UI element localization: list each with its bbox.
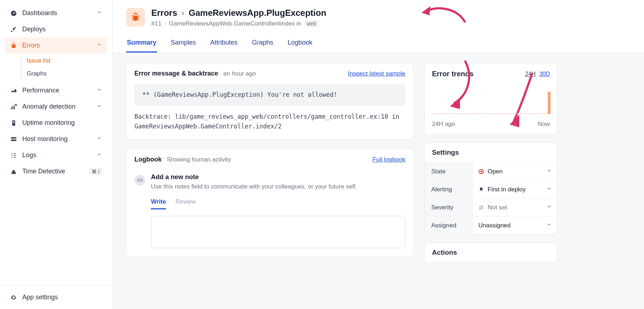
sidebar-item-time-detective[interactable]: Time Detective ⌘ / <box>5 163 107 180</box>
chevron-down-icon <box>96 103 102 110</box>
svg-point-1 <box>13 13 14 14</box>
setting-severity[interactable]: Severity Not set <box>425 198 557 216</box>
gauge-icon <box>10 10 17 17</box>
uptime-icon <box>10 119 17 127</box>
issue-id: #11 <box>151 20 161 27</box>
annotation-arrow <box>418 2 468 28</box>
logs-icon <box>10 152 17 159</box>
inspect-sample-link[interactable]: Inspect latest sample <box>348 70 405 77</box>
page-header: Errors › GameReviewsApp.PlugException #1… <box>112 0 644 31</box>
svg-rect-4 <box>11 107 12 109</box>
chevron-down-icon <box>96 151 102 159</box>
svg-point-14 <box>133 15 138 21</box>
avatar: AN <box>134 175 145 186</box>
not-set-icon <box>478 205 484 210</box>
chevron-down-icon <box>546 168 552 175</box>
tab-samples[interactable]: Samples <box>170 35 197 53</box>
svg-rect-9 <box>13 121 15 122</box>
detective-icon <box>10 168 17 175</box>
sidebar-item-anomaly[interactable]: Anomaly detection <box>5 99 107 115</box>
svg-marker-15 <box>422 6 431 15</box>
card-title: Settings <box>425 143 557 162</box>
bell-icon <box>478 187 484 192</box>
tab-logbook[interactable]: Logbook <box>287 35 313 53</box>
sidebar-item-label: Host monitoring <box>22 135 68 143</box>
sidebar-item-label: Performance <box>22 87 59 94</box>
chevron-down-icon <box>96 9 102 17</box>
setting-assigned[interactable]: Assigned Unassigned <box>425 216 557 234</box>
settings-card: Settings State Open Alerting <box>424 142 557 235</box>
setting-alerting[interactable]: Alerting First in deploy <box>425 180 557 198</box>
breadcrumb-root[interactable]: Errors <box>151 8 177 18</box>
rocket-icon <box>10 26 17 33</box>
sidebar-item-uptime[interactable]: Uptime monitoring <box>5 115 107 131</box>
main-column: Error message & backtrace an hour ago In… <box>126 63 414 309</box>
env-badge: web <box>304 20 319 27</box>
sidebar-item-label: App settings <box>22 294 58 301</box>
tabs: Summary Samples Attributes Graphs Logboo… <box>112 31 644 53</box>
sidebar-item-host[interactable]: Host monitoring <box>5 131 107 147</box>
chevron-down-icon <box>96 135 102 143</box>
backtrace: Backtrace: lib/game_reviews_app_web/cont… <box>126 112 413 139</box>
chevron-down-icon <box>546 186 552 193</box>
chart-baseline <box>431 113 551 114</box>
axis-right: Now <box>538 121 550 128</box>
content: Error message & backtrace an hour ago In… <box>112 53 644 309</box>
sidebar-item-logs[interactable]: Logs <box>5 147 107 163</box>
chevron-down-icon <box>546 222 552 229</box>
chart-bar <box>548 92 551 114</box>
bug-icon <box>126 8 145 27</box>
sidebar-subitem-issue-list[interactable]: Issue list <box>21 54 107 67</box>
svg-rect-5 <box>13 105 14 109</box>
svg-point-2 <box>14 28 15 29</box>
error-message-card: Error message & backtrace an hour ago In… <box>126 63 414 140</box>
sidebar-item-errors[interactable]: Errors <box>5 37 107 54</box>
keyboard-shortcut: ⌘ / <box>89 168 102 175</box>
range-toggle: 24H 30D <box>525 71 550 77</box>
svg-rect-11 <box>11 137 17 138</box>
full-logbook-link[interactable]: Full logbook <box>372 156 405 163</box>
add-note-desc: Use this notes field to communicate with… <box>151 183 405 190</box>
sidebar-item-label: Logs <box>22 151 36 159</box>
range-30d[interactable]: 30D <box>539 71 550 77</box>
card-title: Error trends <box>432 70 474 78</box>
sidebar-subitem-graphs[interactable]: Graphs <box>21 67 107 80</box>
anomaly-icon <box>10 103 17 110</box>
sidebar-item-label: Anomaly detection <box>22 103 75 110</box>
sidebar-item-performance[interactable]: Performance <box>5 82 107 99</box>
svg-point-19 <box>480 171 482 172</box>
svg-point-3 <box>12 44 15 48</box>
svg-rect-13 <box>12 172 16 174</box>
bug-icon <box>10 42 17 49</box>
logbook-card: Logbook Showing human activity Full logb… <box>126 149 414 256</box>
sidebar-item-dashboards[interactable]: Dashboards <box>5 5 107 21</box>
setting-state[interactable]: State Open <box>425 162 557 180</box>
svg-point-7 <box>15 104 17 106</box>
tab-attributes[interactable]: Attributes <box>210 35 238 53</box>
sidebar-bottom: App settings <box>0 285 112 309</box>
sidebar-item-label: Errors <box>22 42 40 49</box>
chevron-right-icon: › <box>181 8 184 18</box>
axis-left: 24H ago <box>432 121 455 128</box>
card-title: Actions <box>425 243 557 262</box>
chart-axis: 24H ago Now <box>425 119 557 134</box>
sidebar-item-app-settings[interactable]: App settings <box>5 289 107 305</box>
note-textarea[interactable] <box>151 216 405 248</box>
main: Errors › GameReviewsApp.PlugException #1… <box>112 0 644 309</box>
tab-graphs[interactable]: Graphs <box>251 35 274 53</box>
sidebar: Dashboards Deploys Errors Issue list Gra… <box>0 0 112 309</box>
note-tabs: Write Review <box>151 198 405 209</box>
tab-summary[interactable]: Summary <box>126 35 157 53</box>
sidebar-item-label: Dashboards <box>22 9 57 17</box>
note-tab-write[interactable]: Write <box>151 198 166 209</box>
svg-rect-12 <box>11 139 17 141</box>
trends-chart <box>425 79 557 119</box>
sidebar-item-deploys[interactable]: Deploys <box>5 21 107 37</box>
note-tab-review[interactable]: Review <box>175 198 196 209</box>
error-message-box: ** (GameReviewsApp.PlugException) You're… <box>134 84 405 105</box>
breadcrumb-current: GameReviewsApp.PlugException <box>189 8 326 18</box>
range-24h[interactable]: 24H <box>525 71 535 77</box>
open-status-icon <box>478 169 484 174</box>
sidebar-item-label: Time Detective <box>22 168 65 175</box>
page-subtitle: #11 · GameReviewsAppWeb.GameController#i… <box>151 20 326 27</box>
